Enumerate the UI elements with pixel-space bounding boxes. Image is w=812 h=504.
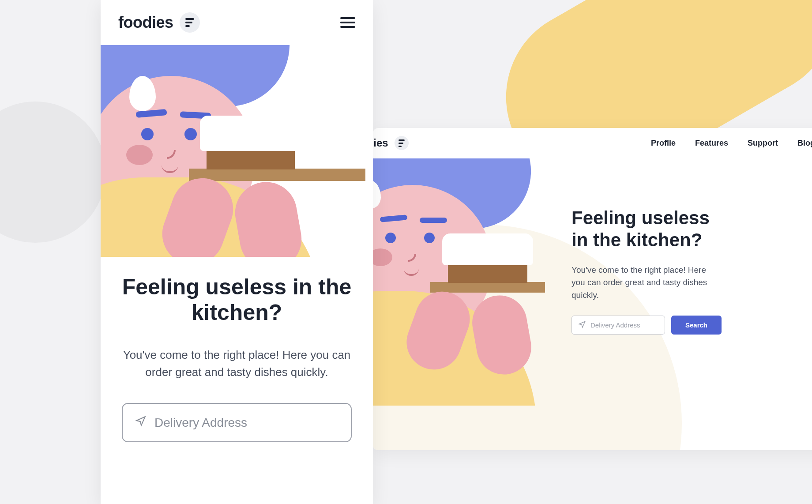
input-placeholder: Delivery Address <box>154 416 247 430</box>
brand-mark-icon <box>180 12 200 33</box>
delivery-address-input[interactable]: Delivery Address <box>122 403 352 442</box>
desktop-hero: Feeling useless in the kitchen? You've c… <box>373 158 812 450</box>
desktop-header: odies Profile Features Support Blog Co <box>373 128 812 158</box>
nav-link-blog[interactable]: Blog <box>797 139 812 148</box>
hero-heading: Feeling useless in the kitchen? <box>122 275 352 325</box>
brand-mark-icon <box>395 136 409 150</box>
background-circle-decoration <box>0 102 106 243</box>
illustration-cake-icing <box>200 116 301 151</box>
brand-logo[interactable]: foodies <box>118 12 200 33</box>
illustration-eyebrow <box>420 218 447 223</box>
mobile-hero-content: Feeling useless in the kitchen? You've c… <box>101 257 373 460</box>
hero-illustration <box>373 158 545 406</box>
brand-logo[interactable]: odies <box>373 136 409 150</box>
illustration-tray <box>189 169 365 181</box>
hero-subtext: You've come to the right place! Here you… <box>122 346 352 381</box>
illustration-eye <box>424 233 435 243</box>
illustration-eye <box>141 128 154 140</box>
illustration-cake-icing <box>442 233 533 265</box>
hero-subtext: You've come to the right place! Here you… <box>571 264 722 302</box>
desktop-hero-content: Feeling useless in the kitchen? You've c… <box>545 158 739 450</box>
illustration-eye <box>184 128 197 140</box>
location-arrow-icon <box>135 415 147 430</box>
nav-link-support[interactable]: Support <box>748 139 778 148</box>
delivery-address-input[interactable]: Delivery Address <box>571 316 665 335</box>
mobile-mockup: foodies Feeling useless in the kitchen? … <box>101 0 373 504</box>
brand-text-partial: odies <box>373 137 388 149</box>
search-row: Delivery Address Search <box>571 316 722 335</box>
hero-illustration <box>101 45 373 257</box>
input-placeholder: Delivery Address <box>590 321 640 329</box>
desktop-mockup: odies Profile Features Support Blog Co <box>373 128 812 450</box>
illustration-cheek <box>126 145 153 165</box>
nav-link-profile[interactable]: Profile <box>651 139 676 148</box>
nav-link-features[interactable]: Features <box>695 139 728 148</box>
location-arrow-icon <box>578 320 586 330</box>
hero-heading: Feeling useless in the kitchen? <box>571 207 722 252</box>
mobile-header: foodies <box>101 0 373 45</box>
brand-text: foodies <box>118 13 173 32</box>
illustration-tray <box>430 282 545 293</box>
search-button[interactable]: Search <box>671 316 722 335</box>
illustration-eye <box>385 233 396 243</box>
primary-nav: Profile Features Support Blog Co <box>651 139 812 148</box>
hamburger-menu-icon[interactable] <box>340 17 355 28</box>
